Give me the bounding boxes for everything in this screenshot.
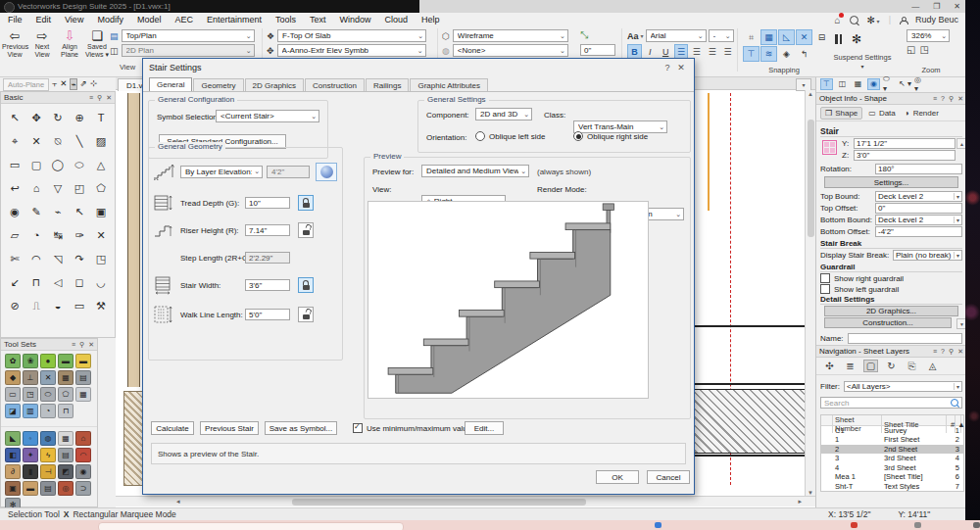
auto-plane-toggle[interactable]: Auto-Plane (3, 78, 49, 91)
sheet-row[interactable]: 1 First Sheet 2 (821, 435, 963, 445)
background-render-icon[interactable]: ◍ (442, 46, 450, 56)
calculate-button[interactable]: Calculate (151, 421, 194, 435)
tool-set-icon[interactable]: ◧ (5, 448, 21, 462)
menu-item[interactable]: AEC (174, 15, 193, 24)
tool-set-icon[interactable]: ❀ (23, 354, 38, 368)
object-info-header[interactable]: Object Info - Shape ≡ ? ⚲ ✕ (816, 92, 966, 105)
dialog-tab[interactable]: Geometry (193, 78, 243, 92)
tool-set-icon[interactable]: ◩ (58, 464, 74, 479)
plane-mode-icon[interactable]: ⌁ (70, 78, 76, 90)
tool-set-icon[interactable]: ▤ (58, 448, 74, 462)
vertical-scrollbar[interactable]: ▲▼ (805, 90, 815, 497)
tool-set-icon[interactable]: ◳ (23, 387, 38, 402)
tool-icon[interactable]: ▱ (4, 223, 25, 247)
radio-icon[interactable] (475, 131, 485, 141)
navigation-mode-icon[interactable]: ≣ (843, 360, 858, 372)
suspend-settings-label[interactable]: Suspend Settings▾ (828, 53, 897, 71)
tool-icon[interactable]: ⎍ (25, 294, 47, 317)
palette-menu-icon[interactable]: ≡ (89, 94, 93, 101)
tool-icon[interactable]: ✥ (25, 106, 47, 129)
tool-set-icon[interactable]: ▮ (23, 464, 38, 479)
align-left-button[interactable]: ☰ (674, 44, 689, 59)
tab-data[interactable]: ▭Data (864, 108, 899, 119)
menu-item[interactable]: Cloud (385, 15, 409, 24)
menu-item[interactable]: Text (310, 15, 326, 24)
edit-button[interactable]: Edit... (465, 421, 504, 435)
dialog-close-icon[interactable]: ✕ (674, 63, 688, 72)
snap-toggle-icon[interactable]: ✕ (796, 29, 812, 45)
sheet-row[interactable]: 3 3rd Sheet 4 (821, 454, 963, 463)
view-nav-button[interactable]: ⇦ PreviousView (2, 28, 27, 58)
tool-set-icon[interactable]: ▣ (5, 481, 21, 496)
plan-mode-icon[interactable]: ◫ (110, 46, 119, 56)
taskbar-app-icon[interactable] (655, 522, 662, 528)
tool-set-icon[interactable]: ▦ (58, 370, 74, 385)
tool-set-icon[interactable]: ⊣ (40, 464, 56, 479)
show-left-guardrail-option[interactable]: Show left guardrail (820, 284, 962, 294)
dialog-tab[interactable]: Railings (366, 78, 409, 92)
zoom-object-icon[interactable]: ◳ (919, 44, 928, 55)
plan-dropdown[interactable]: 2D Plan⌄ (122, 44, 255, 57)
dialog-tab[interactable]: 2D Graphics (245, 78, 304, 92)
tool-set-icon[interactable]: ◆ (5, 370, 21, 385)
tab-render[interactable]: ◗Render (902, 108, 943, 119)
dialog-tab[interactable]: Construction (305, 78, 365, 92)
tool-icon[interactable]: ↻ (47, 106, 69, 129)
tool-icon[interactable]: ◔ (25, 223, 47, 247)
zoom-marquee-icon[interactable]: ◱ (906, 44, 915, 55)
user-name[interactable]: Rudy Beuc (915, 15, 958, 24)
rotation-field[interactable]: 0" (580, 44, 615, 56)
palette-menu-icon[interactable]: ≡ (72, 341, 75, 348)
tool-icon[interactable]: ◉ (4, 200, 25, 223)
view-option-icon[interactable]: ⬭ ▾ (883, 78, 896, 90)
tool-icon[interactable]: ◳ (90, 247, 112, 270)
sheet-row[interactable]: Mea 1 [Sheet Title] 6 (821, 472, 963, 482)
sheet-row[interactable]: 2 2nd Sheet 3 (821, 445, 963, 455)
tool-set-icon[interactable]: ✕ (40, 370, 56, 385)
view-mode-icon[interactable]: ▤ (110, 31, 119, 41)
menu-item[interactable]: Window (340, 15, 371, 24)
orientation-right-option[interactable]: Oblique right side (573, 131, 648, 141)
snap-toggle-icon[interactable]: ⊟ (813, 29, 830, 45)
view-option-icon[interactable]: ◫ (836, 78, 849, 90)
tool-set-icon[interactable]: ✿ (5, 354, 21, 368)
render-mode-icon[interactable]: ⬡ (442, 31, 450, 41)
tool-set-icon[interactable]: ⌂ (75, 431, 91, 446)
italic-button[interactable]: I (643, 44, 658, 59)
tool-icon[interactable]: ◯ (47, 153, 69, 176)
background-render-dropdown[interactable]: <None>⌄ (453, 44, 568, 57)
orientation-left-option[interactable]: Oblique left side (475, 131, 545, 141)
palette-help-icon[interactable]: ? (941, 348, 945, 355)
riser-height-lock-icon[interactable] (298, 222, 314, 238)
snap-toggle-icon[interactable]: ⌗ (743, 29, 760, 45)
search-icon[interactable] (850, 16, 858, 24)
view-nav-button[interactable]: ⇩ AlignPlane (57, 28, 82, 58)
suspend-snapping-icon[interactable] (835, 34, 842, 44)
gear-icon[interactable]: ✻ ▾ (867, 15, 880, 25)
tool-set-icon[interactable]: ◔ (40, 404, 56, 418)
tool-set-icon[interactable]: ϟ (40, 448, 56, 462)
horizontal-scrollbar[interactable]: ◂▸ (116, 496, 815, 506)
search-input[interactable]: Search (820, 397, 962, 409)
tool-icon[interactable]: ◡ (90, 270, 112, 294)
tread-depth-field[interactable]: 10" (245, 197, 290, 209)
tool-icon[interactable]: ↹ (47, 223, 69, 247)
show-right-guardrail-option[interactable]: Show right guardrail (820, 273, 962, 283)
font-dropdown[interactable]: Arial⌄ (646, 29, 707, 42)
palette-close-icon[interactable]: ✕ (88, 341, 94, 349)
palette-help-icon[interactable]: ? (941, 95, 945, 102)
stair-settings-button[interactable]: Settings... (824, 176, 958, 188)
tool-set-icon[interactable]: ▭ (5, 387, 21, 402)
align-right-button[interactable]: ☰ (705, 44, 719, 59)
tool-set-icon[interactable]: ▦ (58, 431, 74, 446)
tool-set-icon[interactable]: ◠ (75, 448, 91, 462)
tool-set-icon[interactable]: ▤ (40, 481, 56, 496)
display-stair-break-dropdown[interactable]: Plain (no break)▾ (893, 250, 962, 261)
font-size-dropdown[interactable]: -⌄ (709, 29, 734, 42)
bottom-bound-dropdown[interactable]: Deck Level 2▾ (875, 215, 962, 225)
save-as-symbol-button[interactable]: Save as Symbol... (265, 421, 337, 435)
tool-set-icon[interactable]: ✦ (23, 448, 38, 462)
tool-icon[interactable]: ✎ (25, 200, 47, 223)
tool-icon[interactable]: ⊘ (4, 294, 25, 317)
ok-button[interactable]: OK (596, 470, 639, 484)
